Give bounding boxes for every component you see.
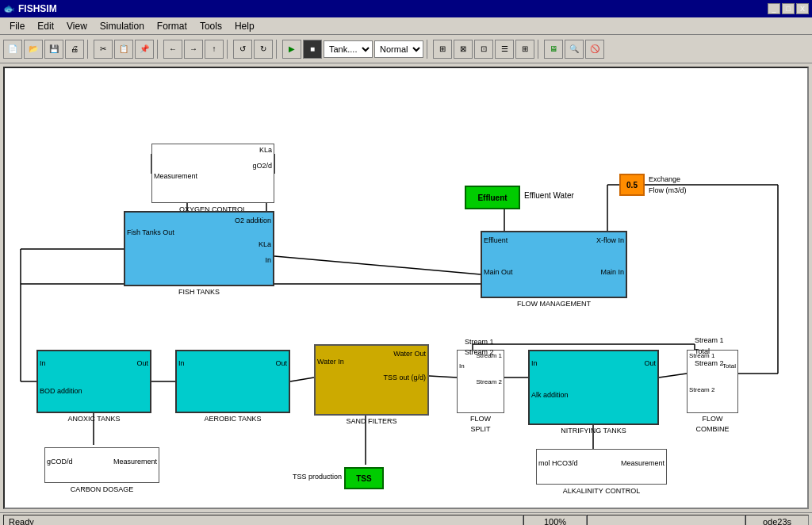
tool1-button[interactable]: ⊞: [433, 40, 452, 59]
svg-line-2: [290, 377, 314, 381]
port-water-out: Water Out: [393, 350, 426, 358]
port-stream2-fc: Stream 2: [689, 386, 714, 393]
cut-button[interactable]: ✂: [94, 40, 113, 59]
maximize-button[interactable]: □: [782, 3, 795, 14]
play-button[interactable]: ▶: [282, 40, 301, 59]
effluent-water-label: Effluent Water: [524, 191, 574, 200]
port-main-in: Main In: [600, 268, 624, 276]
print-button[interactable]: 🖨: [65, 40, 84, 59]
sep6: [538, 40, 541, 59]
redo2-button[interactable]: ↻: [254, 40, 273, 59]
tool5-button[interactable]: ⊞: [515, 40, 534, 59]
status-bar: Ready 100% ode23s: [0, 512, 812, 525]
exchange-flow-block[interactable]: 0.5: [619, 174, 645, 196]
port-in-fs: In: [459, 362, 465, 370]
port-alk-addition: Alk addition: [531, 391, 569, 399]
tool8-button[interactable]: 🚫: [585, 40, 604, 59]
undo-button[interactable]: ←: [163, 40, 182, 59]
port-kla-oc: KLa: [259, 146, 272, 154]
status-solver: ode23s: [745, 515, 809, 526]
tss-block[interactable]: TSS: [344, 467, 384, 489]
tool7-button[interactable]: 🔍: [565, 40, 584, 59]
up-button[interactable]: ↑: [205, 40, 224, 59]
port-measurement-cd: Measurement: [113, 458, 157, 466]
anoxic-tanks-block[interactable]: In Out BOD addition ANOXIC TANKS: [36, 350, 151, 413]
aerobic-tanks-block[interactable]: In Out AEROBIC TANKS: [175, 350, 290, 413]
alkalinity-control-block[interactable]: mol HCO3/d Measurement ALKALINITY CONTRO…: [536, 449, 667, 485]
sand-filters-label: SAND FILTERS: [347, 417, 397, 425]
close-button[interactable]: X: [796, 3, 809, 14]
port-out-aerobic: Out: [275, 359, 287, 367]
effluent-text: Effluent: [477, 194, 507, 202]
menu-simulation[interactable]: Simulation: [94, 19, 151, 33]
aerobic-tanks-label: AEROBIC TANKS: [204, 415, 261, 423]
flow-management-block[interactable]: Effluent X-flow In Main Out Main In FLOW…: [481, 231, 627, 298]
redo-button[interactable]: →: [184, 40, 203, 59]
port-water-in: Water In: [317, 358, 344, 366]
save-button[interactable]: 💾: [44, 40, 63, 59]
nitrifying-tanks-label: NITRIFYING TANKS: [561, 427, 626, 435]
new-button[interactable]: 📄: [3, 40, 22, 59]
port-in-aerobic: In: [178, 359, 185, 367]
fish-tanks-block[interactable]: O2 addition Fish Tanks Out KLa In FISH T…: [124, 211, 274, 286]
nitrifying-tanks-block[interactable]: In Out Alk addition NITRIFYING TANKS: [528, 350, 659, 425]
mode-select[interactable]: Normal: [374, 40, 423, 58]
sep2: [157, 40, 160, 59]
port-tss-out: TSS out (g/d): [383, 374, 426, 381]
fish-tanks-label: FISH TANKS: [178, 288, 220, 296]
menu-view[interactable]: View: [60, 19, 94, 33]
alkalinity-control-label: ALKALINITY CONTROL: [563, 487, 640, 495]
tool6-button[interactable]: 🖥: [544, 40, 563, 59]
open-button[interactable]: 📂: [24, 40, 43, 59]
toolbar: 📄 📂 💾 🖨 ✂ 📋 📌 ← → ↑ ↺ ↻ ▶ ■ Tank.... Nor…: [0, 35, 812, 63]
main-canvas: KLa gO2/d Measurement OXYGEN CONTROL O2 …: [3, 67, 809, 509]
carbon-dosage-label: CARBON DOSAGE: [71, 485, 134, 493]
port-measurement-oc: Measurement: [154, 172, 197, 180]
port-mol-hco3: mol HCO3/d: [538, 459, 578, 467]
tank-select[interactable]: Tank....: [324, 40, 373, 58]
tss-text: TSS: [356, 474, 371, 483]
carbon-dosage-block[interactable]: gCOD/d Measurement CARBON DOSAGE: [44, 447, 159, 483]
port-total-fc: Total: [722, 362, 736, 370]
port-gcod: gCOD/d: [47, 458, 73, 466]
port-bod-addition: BOD addition: [40, 387, 82, 395]
minimize-button[interactable]: _: [768, 3, 780, 14]
sep5: [427, 40, 430, 59]
undo2-button[interactable]: ↺: [233, 40, 252, 59]
status-blank: [587, 515, 745, 526]
port-go2d-oc: gO2/d: [252, 162, 272, 170]
app-icon: 🐟: [3, 3, 15, 14]
connections-svg: [5, 68, 807, 508]
exchange-flow-label: ExchangeFlow (m3/d): [649, 174, 687, 196]
port-fish-tanks-out: Fish Tanks Out: [127, 228, 174, 236]
menu-edit[interactable]: Edit: [31, 19, 60, 33]
port-in-anoxic: In: [40, 359, 46, 367]
sep1: [87, 40, 90, 59]
port-in-nit: In: [531, 359, 538, 367]
flow-combine-label: FLOWCOMBINE: [695, 414, 729, 435]
flow-management-label: FLOW MANAGEMENT: [517, 300, 591, 308]
port-out-anoxic: Out: [136, 359, 148, 367]
effluent-block[interactable]: Effluent: [465, 186, 520, 209]
anoxic-tanks-label: ANOXIC TANKS: [67, 415, 120, 423]
fc-stream1-top: Stream 1: [695, 336, 724, 344]
svg-line-3: [429, 376, 457, 377]
status-ready: Ready: [3, 515, 523, 526]
menu-format[interactable]: Format: [151, 19, 193, 33]
sand-filters-block[interactable]: Water In Water Out TSS out (g/d) SAND FI…: [314, 344, 429, 416]
stop-button[interactable]: ■: [303, 40, 322, 59]
port-in-ft: In: [265, 256, 271, 264]
menu-tools[interactable]: Tools: [193, 19, 228, 33]
menu-bar: File Edit View Simulation Format Tools H…: [0, 17, 812, 35]
tool2-button[interactable]: ⊠: [454, 40, 473, 59]
flow-split-block[interactable]: In Stream 1 Stream 2 FLOWSPLIT: [457, 350, 504, 413]
fc-total-top: Total: [695, 347, 710, 355]
menu-help[interactable]: Help: [228, 19, 261, 33]
tool3-button[interactable]: ⊡: [474, 40, 493, 59]
oxygen-control-block[interactable]: KLa gO2/d Measurement OXYGEN CONTROL: [151, 144, 274, 203]
port-effluent-fm: Effluent: [484, 236, 508, 244]
menu-file[interactable]: File: [3, 19, 31, 33]
paste-button[interactable]: 📌: [135, 40, 154, 59]
tool4-button[interactable]: ☰: [495, 40, 514, 59]
copy-button[interactable]: 📋: [114, 40, 133, 59]
